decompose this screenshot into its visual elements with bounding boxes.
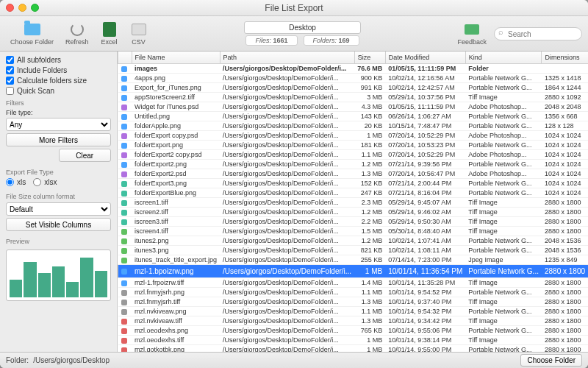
kind-icon xyxy=(121,238,127,244)
kind-icon xyxy=(121,338,127,344)
table-row[interactable]: mzl.qotkotbk.png/Users/giorgos/Desktop/D… xyxy=(118,345,589,353)
table-row[interactable]: mzl-1.frpoizrw.tiff/Users/giorgos/Deskto… xyxy=(118,278,589,288)
table-row[interactable]: mzl.oeodexhs.png/Users/giorgos/Desktop/D… xyxy=(118,326,589,336)
titlebar: File List Export xyxy=(0,0,588,16)
clear-filters-button[interactable]: Clear xyxy=(59,149,112,162)
table-row[interactable]: folderExport2.psd/Users/giorgos/Desktop/… xyxy=(118,169,589,179)
table-row[interactable]: iscreen1.tiff/Users/giorgos/Desktop/Demo… xyxy=(118,198,589,208)
col-File Name[interactable]: File Name xyxy=(132,52,220,64)
kind-icon xyxy=(121,328,127,334)
table-row[interactable]: folderExport copy.psd/Users/giorgos/Desk… xyxy=(118,131,589,141)
table-row[interactable]: iscreen4.tiff/Users/giorgos/Desktop/Demo… xyxy=(118,227,589,236)
sidebar: All subfolders Include Folders Calculate… xyxy=(0,52,118,352)
table-row[interactable]: folderExport2.png/Users/giorgos/Desktop/… xyxy=(118,160,589,169)
export-heading: Export File Type xyxy=(6,169,111,176)
table-row[interactable]: appStoreScreen2.tiff/Users/giorgos/Deskt… xyxy=(118,93,589,102)
kind-icon xyxy=(121,171,127,177)
kind-icon xyxy=(121,269,127,275)
col-Path[interactable]: Path xyxy=(220,52,354,64)
table-row[interactable]: itunes3.png/Users/giorgos/Desktop/DemoFo… xyxy=(118,246,589,255)
excel-icon xyxy=(103,22,116,37)
window-title: File List Export xyxy=(0,3,588,13)
folders-count: Folders: 169 xyxy=(304,35,359,46)
table-row[interactable]: mzl-1.bpoizrw.png/Users/giorgos/Desktop/… xyxy=(118,265,589,278)
opt-quick-scan[interactable]: Quick Scan xyxy=(6,87,111,95)
col-Dimensions[interactable]: Dimensions xyxy=(542,52,588,64)
table-row[interactable]: folderExportBlue.png/Users/giorgos/Deskt… xyxy=(118,188,589,198)
toolbar-center: Desktop Files: 1661 Folders: 169 xyxy=(155,21,451,46)
table-row[interactable]: itunes2.png/Users/giorgos/Desktop/DemoFo… xyxy=(118,236,589,246)
refresh-icon xyxy=(71,23,84,36)
size-format-select[interactable]: Default xyxy=(6,202,111,216)
radio-xlsx[interactable]: xlsx xyxy=(33,178,57,186)
col-icon[interactable] xyxy=(118,52,132,64)
table-row[interactable]: iscreen2.tiff/Users/giorgos/Desktop/Demo… xyxy=(118,208,589,217)
folder-icon xyxy=(24,24,40,35)
table-row[interactable]: mzl.fnmyjsrh.png/Users/giorgos/Desktop/D… xyxy=(118,288,589,297)
kind-icon xyxy=(121,95,127,101)
table-row[interactable]: 4apps.png/Users/giorgos/Desktop/DemoFold… xyxy=(118,74,589,83)
kind-icon xyxy=(121,200,127,206)
app-window: File List Export Choose Folder Refresh E… xyxy=(0,0,588,368)
csv-icon xyxy=(132,24,146,35)
col-Size[interactable]: Size xyxy=(354,52,385,64)
preview-heading: Preview xyxy=(6,238,111,245)
search-input[interactable] xyxy=(494,27,582,40)
kind-icon xyxy=(121,143,127,149)
kind-icon xyxy=(121,133,127,139)
kind-icon xyxy=(121,76,127,82)
file-type-label: File type: xyxy=(6,109,111,116)
table-row[interactable]: mzl.oeodexhs.tiff/Users/giorgos/Desktop/… xyxy=(118,336,589,345)
radio-xls[interactable]: xls xyxy=(6,178,26,186)
table-header-row: File NamePathSizeDate ModifiedKindDimens… xyxy=(118,52,589,64)
opt-all-subfolders[interactable]: All subfolders xyxy=(6,56,111,64)
table-row[interactable]: itunes_track_title_export.jpg/Users/gior… xyxy=(118,255,589,265)
kind-icon xyxy=(121,191,127,197)
kind-icon xyxy=(121,105,127,110)
table-row[interactable]: Export_for_iTunes.png/Users/giorgos/Desk… xyxy=(118,83,589,93)
kind-icon xyxy=(121,290,127,296)
table-row[interactable]: images/Users/giorgos/Desktop/DemoFolder/… xyxy=(118,64,589,74)
set-visible-columns-button[interactable]: Set Visible Columns xyxy=(6,218,111,231)
table-row[interactable]: folderApple.png/Users/giorgos/Desktop/De… xyxy=(118,121,589,131)
refresh-button[interactable]: Refresh xyxy=(61,20,93,47)
preview-thumbnail xyxy=(6,250,111,301)
col-Date Modified[interactable]: Date Modified xyxy=(385,52,465,64)
kind-icon xyxy=(121,210,127,216)
feedback-button[interactable]: Feedback xyxy=(453,20,491,47)
more-filters-button[interactable]: More Filters xyxy=(6,133,111,146)
col-Kind[interactable]: Kind xyxy=(465,52,542,64)
table-row[interactable]: Widget for iTunes.psd/Users/giorgos/Desk… xyxy=(118,102,589,112)
kind-icon xyxy=(121,258,127,263)
kind-icon xyxy=(121,152,127,158)
file-type-select[interactable]: Any xyxy=(6,118,111,131)
kind-icon xyxy=(121,162,127,168)
footer-path: /Users/giorgos/Desktop xyxy=(33,356,516,364)
table-row[interactable]: mzl.nvkiveaw.tiff/Users/giorgos/Desktop/… xyxy=(118,316,589,326)
table-row[interactable]: folderExport2 copy.psd/Users/giorgos/Des… xyxy=(118,150,589,160)
kind-icon xyxy=(121,114,127,120)
kind-icon xyxy=(121,66,127,72)
table-row[interactable]: iscreen3.tiff/Users/giorgos/Desktop/Demo… xyxy=(118,217,589,227)
file-table[interactable]: File NamePathSizeDate ModifiedKindDimens… xyxy=(118,52,588,352)
table-body: images/Users/giorgos/Desktop/DemoFolder/… xyxy=(118,64,589,353)
kind-icon xyxy=(121,280,127,286)
choose-folder-button[interactable]: Choose Folder xyxy=(6,20,58,47)
kind-icon xyxy=(121,219,127,225)
opt-include-folders[interactable]: Include Folders xyxy=(6,66,111,74)
location-label: Desktop xyxy=(244,21,361,34)
kind-icon xyxy=(121,85,127,91)
kind-icon xyxy=(121,300,127,305)
table-row[interactable]: Untitled.png/Users/giorgos/Desktop/DemoF… xyxy=(118,112,589,121)
excel-button[interactable]: Excel xyxy=(96,20,123,47)
footer-choose-folder-button[interactable]: Choose Folder xyxy=(520,354,582,367)
table-row[interactable]: folderExport3.png/Users/giorgos/Desktop/… xyxy=(118,179,589,188)
table-row[interactable]: folderExport.png/Users/giorgos/Desktop/D… xyxy=(118,141,589,150)
table-row[interactable]: mzl.fnmyjsrh.tiff/Users/giorgos/Desktop/… xyxy=(118,297,589,307)
table-row[interactable]: mzl.nvkiveaw.png/Users/giorgos/Desktop/D… xyxy=(118,307,589,316)
csv-button[interactable]: CSV xyxy=(126,20,152,47)
kind-icon xyxy=(121,319,127,325)
opt-calc-sizes[interactable]: Calculate folders size xyxy=(6,77,111,85)
search-field[interactable] xyxy=(494,26,582,41)
filters-heading: Filters xyxy=(6,99,111,107)
